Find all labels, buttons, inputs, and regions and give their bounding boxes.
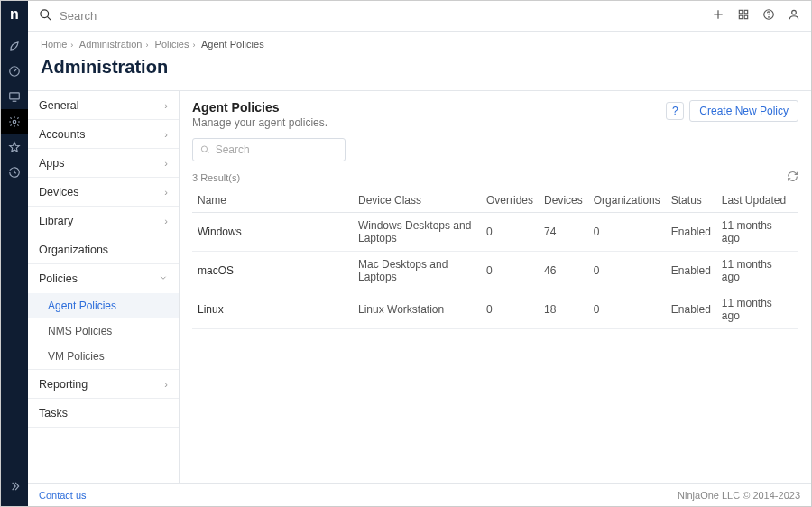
- topbar: [28, 1, 811, 32]
- breadcrumb-policies[interactable]: Policies: [155, 39, 189, 50]
- panel-help-button[interactable]: ?: [666, 102, 684, 120]
- admin-sidebar: General› Accounts› Apps› Devices› Librar…: [28, 90, 179, 483]
- refresh-icon[interactable]: [787, 171, 798, 185]
- col-overrides[interactable]: Overrides: [481, 189, 539, 213]
- panel-search-input[interactable]: [216, 143, 337, 156]
- cell-organizations: 0: [588, 213, 666, 252]
- svg-rect-5: [744, 10, 748, 14]
- rail-rocket-icon[interactable]: [1, 33, 28, 59]
- add-icon[interactable]: [712, 8, 724, 23]
- rail-expand-icon[interactable]: [1, 474, 28, 499]
- user-icon[interactable]: [788, 8, 800, 23]
- chevron-right-icon: ›: [164, 216, 168, 226]
- svg-point-9: [769, 17, 770, 18]
- sidebar-item-accounts[interactable]: Accounts›: [28, 120, 179, 149]
- cell-name[interactable]: Windows: [192, 213, 353, 252]
- global-search-input[interactable]: [60, 9, 330, 23]
- cell-status: Enabled: [666, 290, 716, 329]
- cell-overrides: 0: [481, 213, 539, 252]
- copyright: NinjaOne LLC © 2014-2023: [678, 490, 800, 501]
- cell-devices: 46: [539, 252, 588, 290]
- cell-overrides: 0: [481, 252, 539, 290]
- svg-rect-1: [10, 93, 20, 99]
- breadcrumb-current: Agent Policies: [201, 39, 264, 50]
- panel-subtitle: Manage your agent policies.: [192, 116, 328, 129]
- rail-settings-icon[interactable]: [1, 109, 28, 134]
- panel-search[interactable]: [192, 138, 346, 161]
- cell-overrides: 0: [481, 290, 539, 329]
- cell-last-updated: 11 months ago: [716, 252, 798, 290]
- table-row[interactable]: LinuxLinux Workstation0180Enabled11 mont…: [192, 290, 798, 329]
- sidebar-item-policies[interactable]: Policies: [28, 264, 179, 293]
- cell-devices: 18: [539, 290, 588, 329]
- sidebar-sub-agent-policies[interactable]: Agent Policies: [28, 293, 179, 318]
- cell-devices: 74: [539, 213, 588, 252]
- chevron-right-icon: ›: [164, 187, 168, 198]
- chevron-right-icon: ›: [164, 379, 168, 390]
- chevron-right-icon: ›: [164, 129, 168, 140]
- cell-status: Enabled: [666, 213, 716, 252]
- breadcrumb: Home› Administration› Policies› Agent Po…: [28, 32, 811, 51]
- svg-rect-7: [744, 15, 748, 19]
- breadcrumb-admin[interactable]: Administration: [79, 39, 143, 50]
- sidebar-item-organizations[interactable]: Organizations: [28, 235, 179, 264]
- svg-point-2: [13, 120, 16, 124]
- chevron-down-icon: [159, 273, 168, 284]
- cell-last-updated: 11 months ago: [716, 213, 798, 252]
- cell-device-class: Windows Desktops and Laptops: [353, 213, 481, 252]
- col-name[interactable]: Name: [192, 189, 353, 213]
- left-rail: n: [1, 1, 28, 506]
- svg-rect-4: [739, 10, 743, 14]
- rail-star-icon[interactable]: [1, 134, 28, 160]
- rail-dashboard-icon[interactable]: [1, 59, 28, 84]
- cell-device-class: Mac Desktops and Laptops: [353, 252, 481, 290]
- sidebar-item-devices[interactable]: Devices›: [28, 178, 179, 207]
- breadcrumb-home[interactable]: Home: [41, 39, 67, 50]
- apps-grid-icon[interactable]: [737, 8, 750, 23]
- footer: Contact us NinjaOne LLC © 2014-2023: [28, 483, 811, 506]
- sidebar-item-library[interactable]: Library›: [28, 207, 179, 235]
- rail-monitor-icon[interactable]: [1, 84, 28, 109]
- search-icon: [39, 8, 52, 24]
- cell-name[interactable]: Linux: [192, 290, 353, 329]
- contact-us-link[interactable]: Contact us: [39, 490, 87, 501]
- svg-point-3: [41, 9, 49, 17]
- sidebar-item-tasks[interactable]: Tasks: [28, 399, 179, 428]
- cell-organizations: 0: [588, 252, 666, 290]
- sidebar-sub-vm-policies[interactable]: VM Policies: [28, 344, 179, 369]
- sidebar-item-general[interactable]: General›: [28, 91, 179, 120]
- svg-point-10: [792, 10, 797, 14]
- col-organizations[interactable]: Organizations: [588, 189, 666, 213]
- logo: n: [10, 6, 19, 23]
- sidebar-sub-nms-policies[interactable]: NMS Policies: [28, 318, 179, 344]
- svg-point-11: [201, 146, 207, 152]
- cell-organizations: 0: [588, 290, 666, 329]
- cell-name[interactable]: macOS: [192, 252, 353, 290]
- col-device-class[interactable]: Device Class: [353, 189, 481, 213]
- chevron-right-icon: ›: [164, 158, 168, 169]
- table-row[interactable]: macOSMac Desktops and Laptops0460Enabled…: [192, 252, 798, 290]
- rail-history-icon[interactable]: [1, 160, 28, 185]
- page-title: Administration: [28, 51, 811, 90]
- sidebar-item-apps[interactable]: Apps›: [28, 149, 179, 178]
- main-panel: Agent Policies Manage your agent policie…: [179, 90, 811, 483]
- chevron-right-icon: ›: [164, 100, 168, 111]
- svg-rect-6: [739, 15, 743, 19]
- create-new-policy-button[interactable]: Create New Policy: [689, 100, 798, 122]
- panel-title: Agent Policies: [192, 100, 328, 115]
- cell-status: Enabled: [666, 252, 716, 290]
- help-icon[interactable]: [762, 8, 775, 23]
- cell-last-updated: 11 months ago: [716, 290, 798, 329]
- result-count: 3 Result(s): [192, 172, 240, 183]
- col-last-updated[interactable]: Last Updated: [716, 189, 798, 213]
- table-row[interactable]: WindowsWindows Desktops and Laptops0740E…: [192, 213, 798, 252]
- policies-table: Name Device Class Overrides Devices Orga…: [192, 189, 798, 329]
- search-icon: [200, 144, 210, 155]
- sidebar-item-reporting[interactable]: Reporting›: [28, 370, 179, 399]
- col-devices[interactable]: Devices: [539, 189, 588, 213]
- cell-device-class: Linux Workstation: [353, 290, 481, 329]
- col-status[interactable]: Status: [666, 189, 716, 213]
